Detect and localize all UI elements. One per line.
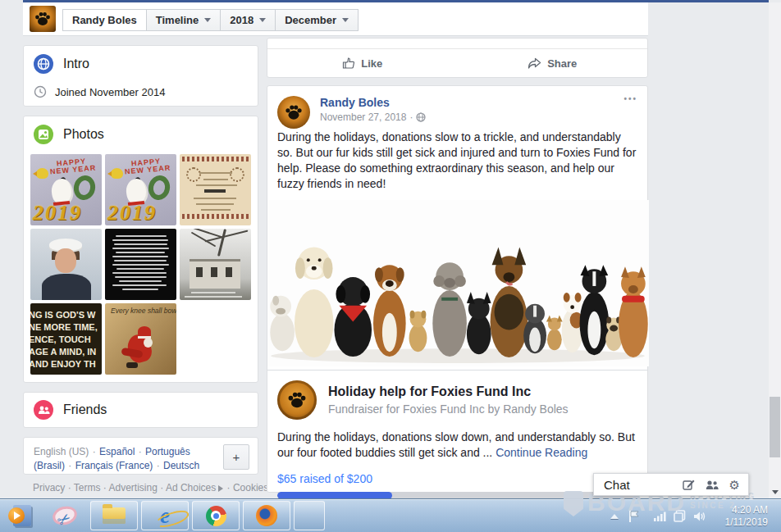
- meme-line: ENCE, TOUCH: [30, 334, 102, 346]
- public-globe-icon: [416, 112, 426, 122]
- dog-cream-lab: [295, 248, 334, 358]
- photo-old-schoolhouse[interactable]: [180, 229, 251, 300]
- taskbar-clock[interactable]: 4:20 AM 1/11/2019: [717, 504, 768, 529]
- continue-reading-link[interactable]: Continue Reading: [496, 446, 587, 459]
- network-signal-icon[interactable]: [653, 511, 666, 522]
- post-date: November 27, 2018: [320, 111, 406, 123]
- windows-taskbar: ✂ e 4:20 AM 1/11/2019: [0, 498, 781, 532]
- photo-snoopy-new-year-2[interactable]: HAPPY NEW YEAR 2019: [105, 154, 176, 225]
- internet-explorer-taskbar-button[interactable]: e: [141, 501, 189, 530]
- paw-icon: [285, 389, 308, 412]
- footer-adchoices[interactable]: Ad Choices: [166, 482, 216, 493]
- globe-intro-icon: [34, 54, 53, 74]
- chat-label: Chat: [604, 478, 630, 492]
- fundraiser-meta: $65 raised of $200 Ended: [277, 472, 637, 485]
- post-text: During the holidays, donations slow to a…: [267, 123, 647, 200]
- like-label: Like: [361, 57, 382, 70]
- photo-snoopy-new-year-1[interactable]: HAPPY NEW YEAR 2019: [30, 154, 102, 225]
- tree-branch: [205, 230, 249, 242]
- meme-line: AND ENJOY TH: [30, 358, 102, 371]
- post-author-avatar[interactable]: [277, 96, 310, 129]
- show-hidden-icons-button[interactable]: [610, 514, 619, 519]
- text-line: [112, 272, 167, 274]
- chevron-down-icon: [342, 18, 349, 22]
- photo-santa-kneeling[interactable]: Every knee shall bow: [105, 303, 176, 375]
- nav-month-dropdown[interactable]: December: [275, 9, 359, 31]
- friends-icon: [34, 400, 53, 420]
- friends-title[interactable]: Friends: [63, 402, 107, 417]
- explorer-taskbar-button[interactable]: [90, 501, 138, 530]
- text-line: [112, 256, 168, 257]
- tree-branch: [217, 229, 226, 257]
- photos-title[interactable]: Photos: [63, 127, 104, 142]
- contacts-icon[interactable]: [706, 480, 719, 490]
- vertical-scrollbar[interactable]: [769, 2, 781, 498]
- joined-text: Joined November 2014: [55, 86, 165, 98]
- media-player-taskbar-icon[interactable]: [8, 503, 33, 528]
- woodstock-bird: [111, 168, 123, 179]
- text-line: [115, 276, 167, 278]
- volume-icon[interactable]: [693, 511, 706, 522]
- footer-advertising[interactable]: Advertising: [108, 482, 157, 493]
- language-link[interactable]: Deutsch: [163, 460, 199, 471]
- desktop-screen: Randy Boles Timeline 2018 December Intro…: [0, 0, 781, 532]
- action-center-flag-icon[interactable]: [628, 510, 639, 523]
- photo-certificate[interactable]: [180, 154, 251, 225]
- dot-separator: ·: [409, 111, 413, 123]
- cert-line: [194, 198, 236, 199]
- santa-boot: [126, 362, 138, 368]
- chrome-icon: [206, 506, 226, 526]
- nav-year-dropdown[interactable]: 2018: [220, 9, 276, 31]
- scrollbar-down-button[interactable]: [769, 486, 781, 498]
- firefox-taskbar-button[interactable]: [243, 501, 290, 530]
- wreath: [71, 174, 98, 202]
- windows-update-icon[interactable]: [674, 510, 686, 522]
- language-link[interactable]: Français (France): [75, 460, 153, 471]
- snipping-tool-taskbar-icon[interactable]: ✂: [51, 503, 75, 528]
- previous-post-actions-card: Like Share: [267, 38, 648, 78]
- language-link[interactable]: Español: [99, 446, 135, 457]
- footer-privacy[interactable]: Privacy: [33, 482, 65, 493]
- wreath: [146, 174, 172, 202]
- text-line: [114, 243, 167, 245]
- post-author-name[interactable]: Randy Boles: [320, 96, 637, 109]
- fundraiser-attachment[interactable]: Holiday help for Foxies Fund Inc Fundrai…: [267, 370, 647, 509]
- footer-terms[interactable]: Terms: [74, 482, 101, 493]
- photo-black-text-card[interactable]: [105, 229, 176, 300]
- nav-profile-name-label: Randy Boles: [72, 14, 137, 26]
- profile-avatar-small[interactable]: [30, 6, 56, 32]
- photo-text-meme[interactable]: NG IS GOD'S W NE MORE TIME, ENCE, TOUCH …: [30, 303, 102, 375]
- empty-taskbar-slot[interactable]: [294, 501, 325, 530]
- text-line: [119, 280, 162, 282]
- nav-timeline-dropdown[interactable]: Timeline: [146, 9, 222, 31]
- text-line: [112, 239, 168, 241]
- dog-pitbull: [619, 266, 648, 357]
- face: [55, 248, 76, 273]
- share-label: Share: [547, 57, 577, 70]
- scrollbar-thumb[interactable]: [770, 397, 780, 457]
- language-current[interactable]: English (US): [34, 446, 89, 457]
- chat-bar[interactable]: Chat ⚙: [593, 473, 749, 496]
- fundraiser-avatar[interactable]: [277, 380, 317, 420]
- footer-cookies[interactable]: Cookies: [233, 482, 268, 493]
- fundraiser-title[interactable]: Holiday help for Foxies Fund Inc: [328, 384, 569, 399]
- chrome-taskbar-button[interactable]: [192, 501, 240, 530]
- post-menu-button[interactable]: •••: [623, 94, 637, 103]
- caption-line: [185, 296, 242, 298]
- nav-month-label: December: [285, 14, 336, 26]
- dogs-photo[interactable]: [267, 200, 649, 366]
- add-language-button[interactable]: +: [223, 444, 249, 470]
- chat-settings-gear-icon[interactable]: ⚙: [729, 479, 740, 491]
- post-header: Randy Boles November 27, 2018· •••: [267, 86, 647, 123]
- like-button[interactable]: Like: [267, 49, 458, 77]
- fundraiser-subtitle: Fundraiser for Foxies Fund Inc by Randy …: [328, 402, 569, 416]
- nav-profile-name[interactable]: Randy Boles: [62, 9, 147, 31]
- share-button[interactable]: Share: [458, 49, 648, 77]
- caption-line: [191, 292, 235, 293]
- post-date-row[interactable]: November 27, 2018·: [320, 111, 637, 123]
- clock-icon: [34, 85, 47, 98]
- dog-bulldog: [270, 296, 295, 351]
- photo-military-portrait[interactable]: [30, 229, 102, 300]
- new-message-icon[interactable]: [683, 479, 695, 491]
- share-arrow-icon: [528, 57, 541, 70]
